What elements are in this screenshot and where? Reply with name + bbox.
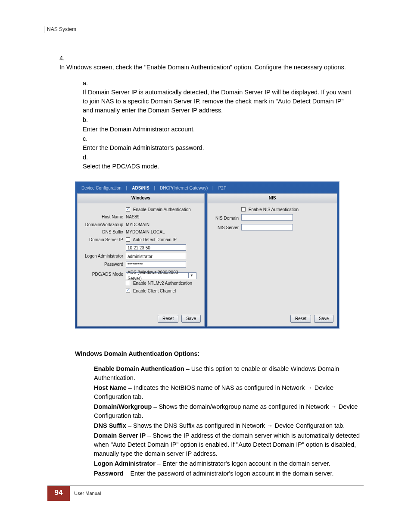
step-num: 4.: [59, 54, 70, 63]
tab-bar: Device Configuration | ADS/NIS | DHCP(In…: [77, 184, 337, 194]
def-rest: – Shows the DNS Suffix as configured in …: [126, 422, 345, 429]
substep-a: a. If Domain Server IP is automatically …: [83, 79, 364, 115]
def-rest: – Enter the password of administrator's …: [124, 470, 334, 477]
nis-domain-input[interactable]: [241, 214, 293, 221]
password-label: Password: [81, 261, 126, 268]
def-item: Password – Enter the password of adminis…: [94, 469, 364, 478]
def-item: Logon Administrator – Enter the administ…: [94, 459, 364, 468]
def-term: Domain/Workgroup: [94, 403, 152, 410]
pdc-ads-mode-select[interactable]: ADS (Windows 2000/2003 Server) ▼: [126, 272, 196, 279]
footer-manual-label: User Manual: [74, 490, 101, 497]
definition-list: Enable Domain Authentication – Use this …: [94, 364, 364, 478]
config-screenshot: Device Configuration | ADS/NIS | DHCP(In…: [75, 181, 339, 329]
nis-domain-label: NIS Domain: [211, 215, 241, 222]
substep-letter: a.: [83, 79, 93, 88]
def-item: Domain Server IP – Shows the IP address …: [94, 431, 364, 458]
def-term: Enable Domain Authentication: [94, 365, 184, 372]
nis-server-label: NIS Server: [211, 225, 241, 231]
def-item: DNS Suffix – Shows the DNS Suffix as con…: [94, 421, 364, 430]
enable-client-channel-checkbox[interactable]: [126, 289, 130, 293]
domain-server-ip-input[interactable]: 10.21.23.50: [126, 244, 186, 251]
substep-letter: d.: [83, 153, 93, 162]
substep-b: b. Enter the Domain Administrator accoun…: [83, 115, 364, 134]
domain-value: MYDOMAIN: [126, 222, 201, 228]
tab-ads-nis[interactable]: ADS/NIS: [132, 186, 149, 190]
windows-panel: Windows Enable Domain Authentication Hos…: [77, 193, 205, 327]
enable-ntlmv2-checkbox[interactable]: [126, 281, 130, 285]
def-item: Host Name – Indicates the NetBIOS name o…: [94, 383, 364, 401]
hostname-label: Host Name: [81, 214, 126, 221]
hostname-value: NAS89: [126, 214, 201, 221]
windows-reset-button[interactable]: Reset: [158, 315, 178, 323]
nis-server-input[interactable]: [241, 224, 293, 230]
def-term: Logon Administrator: [94, 460, 156, 467]
tab-sep: |: [126, 186, 128, 190]
enable-domain-auth-label: Enable Domain Authentication: [133, 207, 191, 212]
page-number: 94: [47, 486, 70, 501]
nis-reset-button[interactable]: Reset: [290, 315, 311, 323]
enable-nis-auth-label: Enable NIS Authentication: [249, 207, 299, 212]
tab-dhcp[interactable]: DHCP(Internet Gateway): [160, 186, 208, 190]
password-input[interactable]: *********: [126, 261, 186, 268]
domain-server-ip-label: Domain Server IP: [81, 237, 126, 243]
panel-head-windows: Windows: [78, 194, 204, 203]
substep-d: d. Select the PDC/ADS mode.: [83, 153, 364, 171]
def-rest: – Enter the administrator's logon accoun…: [156, 460, 330, 467]
section-heading: Windows Domain Authentication Options:: [75, 349, 364, 358]
domain-label: Domain/WorkGroup: [81, 222, 126, 228]
step-4: 4. In Windows screen, check the "Enable …: [59, 54, 364, 72]
chevron-down-icon[interactable]: ▼: [188, 273, 195, 278]
substep-c: c. Enter the Domain Administrator's pass…: [83, 134, 364, 152]
nis-save-button[interactable]: Save: [314, 315, 333, 323]
step-body: In Windows screen, check the "Enable Dom…: [59, 63, 352, 72]
tab-p2p[interactable]: P2P: [218, 186, 227, 190]
auto-detect-ip-label: Auto Detect Domain IP: [133, 237, 177, 242]
logon-admin-label: Logon Administrator: [81, 253, 126, 260]
enable-ntlmv2-label: Enable NTLMv2 Authentication: [133, 281, 192, 286]
tab-sep: |: [212, 186, 214, 190]
substep-body: Enter the Domain Administrator account.: [83, 125, 352, 134]
windows-save-button[interactable]: Save: [181, 315, 201, 323]
dns-suffix-label: DNS Suffix: [81, 229, 126, 236]
def-item: Enable Domain Authentication – Use this …: [94, 364, 364, 383]
substep-body: Enter the Domain Administrator's passwor…: [83, 143, 352, 152]
logon-admin-input[interactable]: administrator: [126, 253, 186, 259]
header-text: NAS System: [44, 26, 364, 33]
nis-panel: NIS Enable NIS Authentication NIS Domain: [207, 193, 337, 327]
enable-client-channel-label: Enable Client Channel: [133, 289, 176, 293]
page-footer: 94 User Manual: [47, 485, 364, 501]
dns-suffix-value: MYDOMAIN.LOCAL: [126, 229, 201, 236]
substep-body: Select the PDC/ADS mode.: [83, 162, 352, 171]
enable-domain-auth-checkbox[interactable]: [126, 207, 130, 212]
enable-nis-auth-checkbox[interactable]: [241, 207, 246, 212]
def-item: Domain/Workgroup – Shows the domain/work…: [94, 402, 364, 420]
def-rest: – Indicates the NetBIOS name of NAS as c…: [94, 384, 333, 400]
substep-letter: b.: [83, 115, 93, 124]
pdc-ads-mode-label: PDC/ADS Mode: [81, 271, 126, 278]
def-term: DNS Suffix: [94, 422, 126, 429]
def-term: Host Name: [94, 384, 127, 391]
auto-detect-ip-checkbox[interactable]: [126, 237, 130, 242]
def-term: Domain Server IP: [94, 432, 146, 439]
substep-letter: c.: [83, 134, 93, 143]
def-term: Password: [94, 470, 124, 477]
tab-sep: |: [154, 186, 156, 190]
panel-head-nis: NIS: [208, 194, 337, 203]
tab-device-config[interactable]: Device Configuration: [81, 186, 121, 190]
substep-body: If Domain Server IP is automatically det…: [83, 88, 352, 115]
